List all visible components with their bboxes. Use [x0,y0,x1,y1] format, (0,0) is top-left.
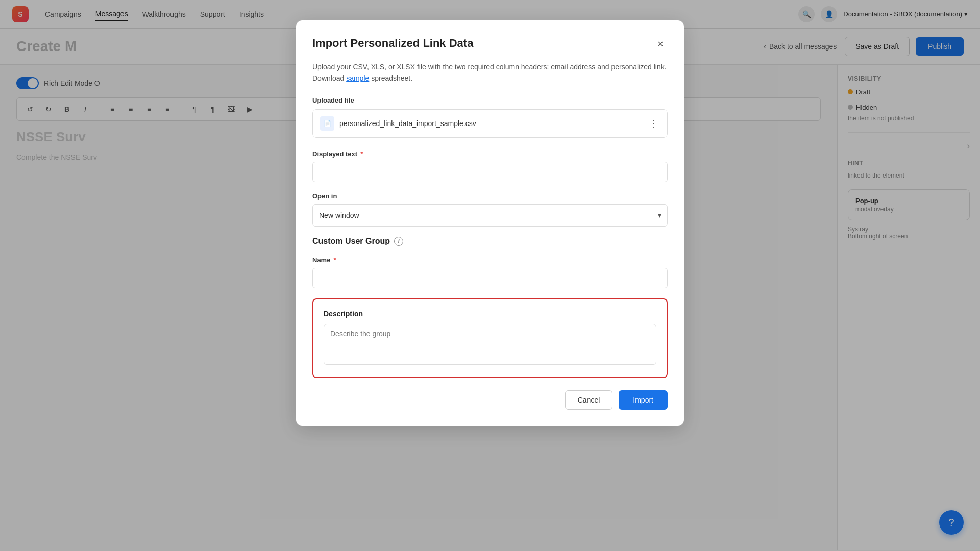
cancel-button[interactable]: Cancel [565,390,613,410]
modal-overlay: Import Personalized Link Data × Upload y… [0,0,980,551]
name-label: Name * [312,256,668,264]
modal-footer: Cancel Import [312,378,668,410]
uploaded-file-label: Uploaded file [312,96,668,104]
file-name: personalized_link_data_import_sample.csv [339,119,476,128]
open-in-select[interactable]: New window Same window [312,204,668,227]
modal-description: Upload your CSV, XLS, or XLSX file with … [312,61,668,84]
modal-title: Import Personalized Link Data [312,37,473,50]
description-section: Description [312,298,668,378]
import-button[interactable]: Import [619,390,668,410]
file-icon: 📄 [320,116,334,131]
name-group: Name * [312,256,668,288]
open-in-label: Open in [312,192,668,200]
file-menu-button[interactable]: ⋮ [647,116,660,131]
modal-header: Import Personalized Link Data × [312,37,668,51]
description-label: Description [324,310,656,318]
open-in-group: Open in New window Same window ▾ [312,192,668,227]
name-input[interactable] [312,268,668,288]
displayed-text-group: Displayed text * [312,150,668,182]
custom-user-group-section: Custom User Group i [312,237,668,246]
custom-user-group-heading: Custom User Group i [312,237,668,246]
displayed-text-input[interactable] [312,162,668,182]
file-info: 📄 personalized_link_data_import_sample.c… [320,116,476,131]
displayed-text-label: Displayed text * [312,150,668,158]
import-modal: Import Personalized Link Data × Upload y… [296,20,684,426]
file-row: 📄 personalized_link_data_import_sample.c… [312,109,668,138]
name-required-star: * [333,256,336,264]
displayed-text-required-star: * [360,150,363,158]
description-textarea[interactable] [324,324,656,365]
custom-user-group-info-icon[interactable]: i [394,237,403,246]
modal-close-button[interactable]: × [653,37,668,51]
sample-link[interactable]: sample [346,74,369,82]
open-in-select-wrapper: New window Same window ▾ [312,204,668,227]
uploaded-file-section: Uploaded file 📄 personalized_link_data_i… [312,96,668,138]
